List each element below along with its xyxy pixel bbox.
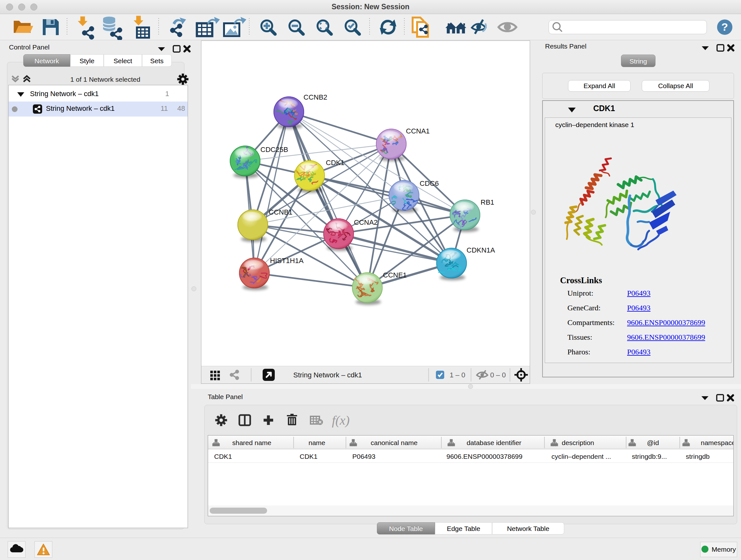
svg-text:P06493: P06493 [352, 453, 375, 460]
svg-text:stringdb:9...: stringdb:9... [632, 453, 667, 460]
svg-text:@id: @id [647, 439, 659, 446]
svg-text:CDC6: CDC6 [420, 179, 439, 187]
svg-text:description: description [562, 439, 594, 446]
svg-text:cyclin–dependent ...: cyclin–dependent ... [551, 453, 611, 460]
svg-text:9606.ENSP00000378699: 9606.ENSP00000378699 [447, 453, 522, 460]
svg-text:shared name: shared name [232, 439, 272, 446]
svg-text:CCNA1: CCNA1 [406, 127, 430, 135]
svg-text:name: name [309, 439, 326, 446]
svg-text:1 – 0: 1 – 0 [450, 371, 465, 379]
svg-text:String Network – cdk1: String Network – cdk1 [293, 371, 362, 379]
svg-text:CDK1: CDK1 [214, 453, 232, 460]
svg-text:CDC25B: CDC25B [260, 145, 288, 153]
svg-text:RB1: RB1 [481, 198, 494, 206]
svg-text:f(x): f(x) [332, 413, 350, 428]
svg-text:CCNA2: CCNA2 [354, 219, 378, 226]
svg-text:CDK1: CDK1 [300, 453, 318, 460]
svg-text:CCNB2: CCNB2 [304, 93, 327, 101]
svg-text:CCNB1: CCNB1 [269, 208, 293, 216]
svg-text:CCNE1: CCNE1 [383, 271, 407, 279]
svg-text:namespace: namespace [701, 439, 733, 446]
svg-text:canonical name: canonical name [370, 439, 417, 446]
svg-text:HIST1H1A: HIST1H1A [270, 257, 304, 265]
svg-text:0 – 0: 0 – 0 [490, 371, 506, 379]
svg-text:CDKN1A: CDKN1A [467, 246, 495, 254]
svg-text:CDK1: CDK1 [326, 159, 345, 167]
svg-text:stringdb: stringdb [686, 453, 710, 460]
svg-text:?: ? [722, 21, 728, 33]
svg-text:database identifier: database identifier [467, 439, 522, 446]
